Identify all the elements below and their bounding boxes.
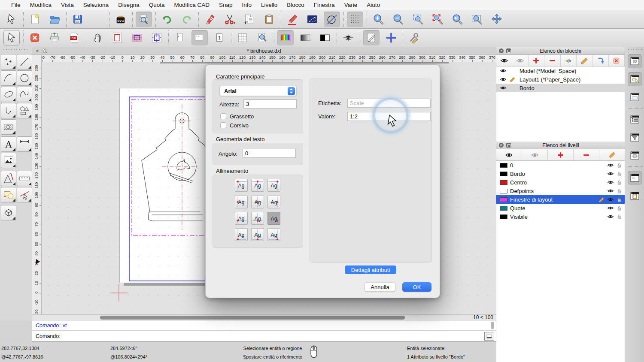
settings-tools-button[interactable] bbox=[406, 30, 422, 45]
insert-button[interactable] bbox=[592, 55, 608, 66]
plus-red-button[interactable] bbox=[529, 55, 544, 66]
menu-quota[interactable]: Quota bbox=[144, 0, 170, 10]
alignment-button-r0c2[interactable]: Ag bbox=[267, 179, 280, 192]
menu-vista[interactable]: Vista bbox=[56, 0, 79, 10]
history-scrollbar-thumb[interactable] bbox=[491, 322, 494, 329]
page-portrait-button[interactable] bbox=[172, 30, 188, 45]
win-clipboard-panel-toggle[interactable] bbox=[628, 189, 642, 203]
panel-close-icon[interactable]: × bbox=[499, 48, 504, 53]
paper-border-button[interactable] bbox=[109, 30, 125, 45]
attribute-details-button[interactable]: Dettagli attributi bbox=[345, 265, 396, 274]
delete-x-button[interactable] bbox=[609, 55, 625, 66]
box3d-tool-button[interactable] bbox=[1, 205, 16, 220]
menu-aiuto[interactable]: Aiuto bbox=[362, 0, 385, 10]
print-export-button[interactable] bbox=[46, 30, 63, 45]
preview-toggle-button[interactable] bbox=[363, 30, 380, 45]
menu-modifica-cad[interactable]: Modifica CAD bbox=[169, 0, 214, 10]
height-input[interactable] bbox=[243, 100, 297, 109]
menu-livello[interactable]: Livello bbox=[256, 0, 282, 10]
menu-varie[interactable]: Varie bbox=[340, 0, 362, 10]
cursor-arrow-button[interactable] bbox=[3, 30, 20, 45]
minus-red-button[interactable] bbox=[544, 55, 560, 66]
crosshair-button[interactable] bbox=[383, 30, 399, 45]
viewport-rect-button[interactable] bbox=[149, 30, 165, 45]
alignment-button-r2c2[interactable]: Ag bbox=[267, 212, 280, 225]
alignment-button-r1c1[interactable]: Ag bbox=[251, 196, 264, 208]
copy-button[interactable] bbox=[241, 12, 258, 27]
pdf-button[interactable]: PDF bbox=[66, 30, 82, 45]
zoom-window-button[interactable] bbox=[469, 12, 485, 27]
paste-button[interactable] bbox=[261, 12, 277, 27]
menu-file[interactable]: File bbox=[6, 0, 25, 10]
italic-checkbox[interactable] bbox=[220, 122, 226, 128]
zoom-in-button[interactable] bbox=[370, 12, 386, 27]
save-button[interactable] bbox=[70, 12, 86, 27]
cut-button[interactable] bbox=[222, 12, 238, 27]
menu-info[interactable]: Info bbox=[237, 0, 257, 10]
page-number-button[interactable]: 1 bbox=[211, 30, 228, 45]
panel-float-icon[interactable] bbox=[506, 48, 511, 53]
zoom-previous-button[interactable] bbox=[449, 12, 465, 27]
alignment-button-r0c0[interactable]: Ag bbox=[235, 179, 248, 192]
close-x-button[interactable] bbox=[27, 30, 43, 45]
measure-tool-button[interactable] bbox=[17, 171, 32, 186]
scrollbar-thumb[interactable] bbox=[100, 316, 405, 320]
win-filter-panel-toggle[interactable] bbox=[628, 130, 642, 145]
lineweight-button[interactable] bbox=[340, 30, 356, 45]
alignment-button-r1c2[interactable]: Ag bbox=[267, 196, 280, 208]
pencil-button[interactable] bbox=[599, 149, 625, 160]
arc-tool-button[interactable] bbox=[1, 70, 16, 86]
layer-row[interactable]: Visibile bbox=[496, 212, 625, 221]
ab-button[interactable]: a|b bbox=[561, 55, 577, 66]
new-file-button[interactable] bbox=[27, 12, 43, 27]
bw-mode-button[interactable] bbox=[317, 30, 333, 45]
panel-close-icon[interactable]: × bbox=[499, 143, 504, 148]
image-tool-button[interactable] bbox=[1, 153, 16, 168]
menu-snap[interactable]: Snap bbox=[214, 0, 237, 10]
angle-input[interactable] bbox=[243, 149, 296, 158]
alignment-button-r1c0[interactable]: Ag bbox=[235, 196, 248, 208]
zoom-selection-button[interactable] bbox=[429, 12, 446, 27]
save-as-button[interactable] bbox=[89, 12, 106, 27]
win-block-panel-toggle[interactable] bbox=[628, 54, 642, 68]
page-landscape-button[interactable] bbox=[191, 30, 208, 45]
delete-eraser-button[interactable] bbox=[202, 12, 218, 27]
layer-row[interactable]: Bordo bbox=[496, 169, 625, 178]
alignment-button-r2c0[interactable]: Ag bbox=[235, 212, 248, 225]
block-row[interactable]: Model (*Model_Space) bbox=[496, 66, 625, 75]
shapes-tool-button[interactable] bbox=[17, 103, 32, 118]
command-input[interactable] bbox=[63, 332, 481, 341]
eye-button[interactable] bbox=[496, 149, 522, 160]
menu-blocco[interactable]: Blocco bbox=[282, 0, 309, 10]
bold-checkbox[interactable] bbox=[220, 113, 226, 119]
zoom-out-button[interactable] bbox=[390, 12, 406, 27]
win-dim-panel-toggle[interactable] bbox=[628, 148, 642, 163]
pencil-button[interactable] bbox=[577, 55, 592, 66]
win-shapes-panel-toggle[interactable] bbox=[628, 72, 642, 86]
eye-gray-button[interactable] bbox=[512, 55, 528, 66]
circle-line-button[interactable] bbox=[324, 12, 340, 27]
alignment-button-r2c1[interactable]: Ag bbox=[251, 212, 264, 225]
win-command-panel-toggle[interactable] bbox=[628, 171, 642, 185]
zoom-page-button[interactable] bbox=[254, 30, 270, 45]
cursor-arrow-button[interactable] bbox=[3, 12, 20, 27]
ok-button[interactable]: OK bbox=[402, 282, 431, 292]
svg-export-button[interactable]: SVG bbox=[112, 12, 129, 27]
text-tool-button[interactable]: A bbox=[1, 136, 16, 152]
grayscale-mode-button[interactable] bbox=[297, 30, 313, 45]
modify-tool-button[interactable] bbox=[17, 187, 32, 202]
font-select[interactable]: Arial bbox=[219, 86, 297, 96]
line-props-button[interactable] bbox=[304, 12, 320, 27]
block-row[interactable]: Layout1 (*Paper_Space) bbox=[496, 75, 625, 84]
polyline-tool-button[interactable] bbox=[1, 103, 16, 118]
circle-tool-button[interactable] bbox=[17, 70, 32, 86]
zoom-auto-button[interactable] bbox=[410, 12, 426, 27]
line-tool-button[interactable] bbox=[17, 54, 32, 69]
layer-row[interactable]: 0 bbox=[496, 161, 625, 169]
alignment-button-r3c2[interactable]: Ag bbox=[267, 228, 280, 241]
grid-overlay-button[interactable] bbox=[129, 30, 145, 45]
minus-red-button[interactable] bbox=[574, 149, 599, 160]
menu-disegna[interactable]: Disegna bbox=[113, 0, 144, 10]
block-row[interactable]: Bordo bbox=[496, 84, 625, 92]
cancel-button[interactable]: Annulla bbox=[365, 282, 395, 292]
